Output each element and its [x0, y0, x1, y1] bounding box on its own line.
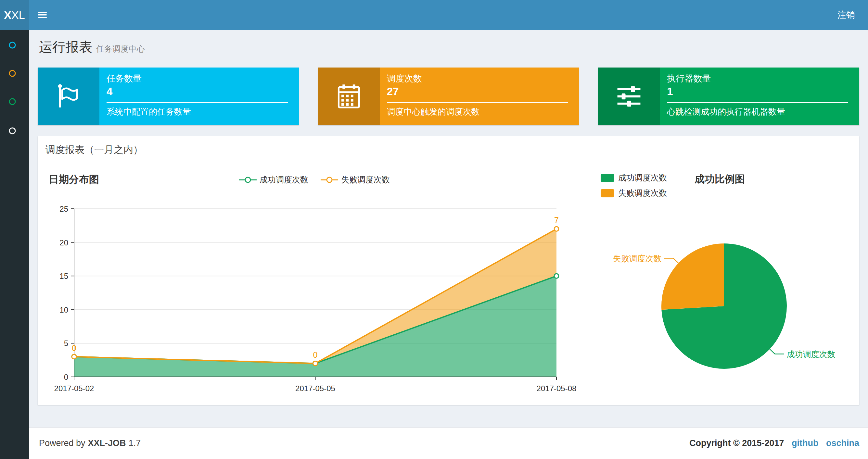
progress-line — [387, 102, 568, 103]
app-logo[interactable]: XXL — [0, 0, 29, 30]
info-box-value: 27 — [387, 85, 568, 99]
hamburger-icon — [37, 11, 47, 19]
info-box-value: 1 — [667, 85, 848, 99]
oschina-link[interactable]: oschina — [826, 438, 859, 448]
logo-text-bold: X — [4, 9, 11, 22]
svg-text:10: 10 — [59, 305, 68, 314]
info-box-task-count: 任务数量 4 系统中配置的任务数量 — [38, 67, 299, 125]
sidebar-item-2[interactable] — [8, 69, 16, 77]
info-box-label: 调度次数 — [387, 73, 568, 85]
page-header: 运行报表任务调度中心 — [29, 30, 868, 67]
info-box-trigger-count: 调度次数 27 调度中心触发的调度次数 — [318, 67, 579, 125]
sidebar — [0, 30, 29, 459]
charts-canvas: 05101520252017-05-022017-05-052017-05-08… — [38, 136, 859, 405]
info-box-executor-count: 执行器数量 1 心跳检测成功的执行器机器数量 — [598, 67, 859, 125]
svg-text:成功调度次数: 成功调度次数 — [786, 350, 835, 359]
progress-line — [106, 102, 288, 103]
svg-text:20: 20 — [59, 238, 68, 247]
progress-line — [667, 102, 848, 103]
circle-icon — [8, 127, 16, 135]
svg-text:失败调度次数: 失败调度次数 — [613, 254, 662, 263]
sidebar-item-4[interactable] — [8, 127, 16, 135]
product-name: XXL-JOB — [88, 438, 126, 448]
info-box-label: 执行器数量 — [667, 73, 848, 85]
logo-text: XL — [11, 9, 25, 22]
svg-text:25: 25 — [59, 204, 68, 213]
flag-icon — [38, 67, 99, 125]
info-box-label: 任务数量 — [106, 73, 288, 85]
page-title: 运行报表 — [39, 40, 92, 55]
success-ratio-pie-chart: 成功调度次数失败调度次数 — [613, 243, 836, 369]
powered-by-text: Powered by — [39, 438, 86, 448]
github-link[interactable]: github — [792, 438, 818, 448]
svg-text:0: 0 — [72, 343, 76, 353]
sidebar-item-3[interactable] — [8, 98, 16, 105]
calendar-icon — [318, 67, 380, 125]
page-subtitle: 任务调度中心 — [96, 44, 145, 53]
copyright: Copyright © 2015-2017 github oschina — [689, 438, 859, 448]
content-area: 运行报表任务调度中心 任务数量 4 系统中配置的任务数量 — [29, 30, 868, 459]
date-distribution-chart: 05101520252017-05-022017-05-052017-05-08… — [54, 204, 577, 393]
powered-by: Powered byXXL-JOB1.7 — [39, 438, 141, 448]
info-box-value: 4 — [106, 85, 288, 99]
info-box-description: 系统中配置的任务数量 — [106, 106, 288, 118]
svg-text:0: 0 — [313, 350, 318, 359]
circle-icon — [8, 69, 16, 77]
info-box-row: 任务数量 4 系统中配置的任务数量 — [38, 67, 859, 125]
svg-text:2017-05-02: 2017-05-02 — [54, 384, 94, 393]
footer: Powered byXXL-JOB1.7 Copyright © 2015-20… — [29, 427, 868, 459]
sliders-icon — [598, 67, 660, 125]
sidebar-item-1[interactable] — [8, 41, 16, 49]
schedule-report-panel: 调度报表（一月之内） 日期分布图 成功调度次数 失败调度次数 — [38, 136, 859, 405]
circle-icon — [8, 98, 16, 105]
top-navbar: XXL 注销 — [0, 0, 868, 30]
svg-text:2017-05-08: 2017-05-08 — [537, 384, 577, 393]
svg-text:7: 7 — [554, 216, 559, 225]
copyright-text: Copyright © 2015-2017 — [689, 438, 784, 448]
svg-text:2017-05-05: 2017-05-05 — [295, 384, 335, 393]
info-box-description: 心跳检测成功的执行器机器数量 — [667, 106, 848, 118]
logout-link[interactable]: 注销 — [825, 0, 868, 30]
xxl-job-dashboard: XXL 注销 运行报表任务调度中心 — [0, 0, 868, 459]
info-box-description: 调度中心触发的调度次数 — [387, 106, 568, 118]
sidebar-toggle-button[interactable] — [29, 0, 56, 30]
svg-text:5: 5 — [64, 339, 68, 348]
svg-text:15: 15 — [59, 272, 68, 281]
product-version: 1.7 — [129, 438, 141, 448]
svg-text:0: 0 — [64, 373, 68, 382]
circle-icon — [8, 41, 16, 49]
